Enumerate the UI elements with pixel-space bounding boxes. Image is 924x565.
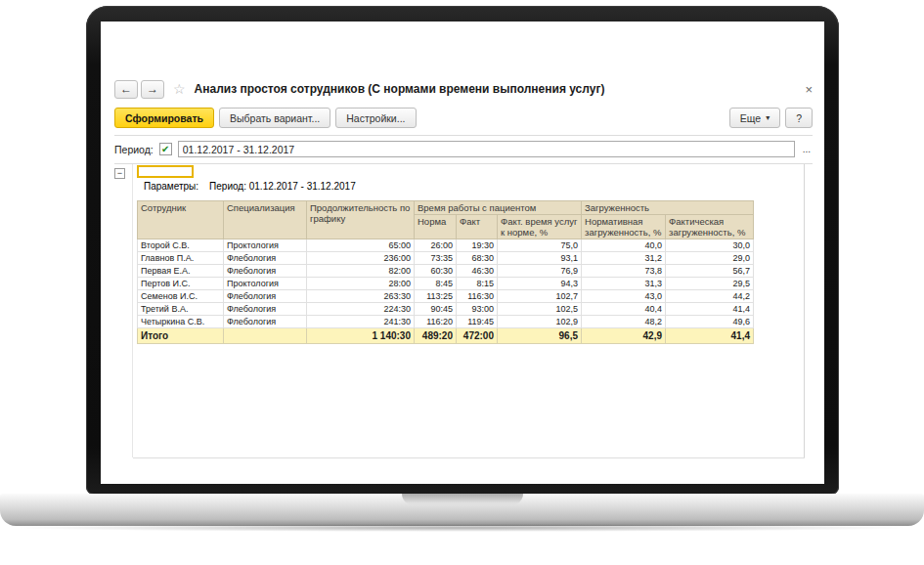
table-row: Пертов И.С. Проктология 28:00 8:45 8:15 …	[138, 278, 754, 290]
report-scrollbar-track[interactable]	[804, 164, 805, 457]
cell-employee[interactable]: Третий В.А.	[138, 303, 224, 316]
cell-fact-to-norm[interactable]: 102,7	[498, 290, 582, 303]
col-header-fact-load[interactable]: Фактическая загруженность, %	[666, 215, 754, 239]
forward-button[interactable]: →	[141, 80, 164, 99]
col-header-fact-to-norm[interactable]: Факт. время услуг к норме, %	[498, 215, 582, 239]
back-button[interactable]: ←	[114, 80, 138, 99]
cell-fact[interactable]: 119:45	[457, 316, 498, 328]
cell-specialization[interactable]: Флебология	[224, 252, 307, 265]
cell-norm[interactable]: 26:00	[415, 239, 457, 252]
col-header-fact[interactable]: Факт	[457, 215, 498, 239]
cell-fact[interactable]: 46:30	[457, 265, 498, 278]
period-input[interactable]	[178, 141, 795, 157]
generate-button[interactable]: Сформировать	[114, 108, 214, 128]
cell-specialization[interactable]: Проктология	[224, 278, 307, 290]
report-left-border	[132, 164, 133, 457]
close-icon[interactable]: ×	[805, 83, 813, 96]
col-header-norm-load[interactable]: Нормативная загруженность, %	[582, 215, 666, 239]
cell-specialization[interactable]: Проктология	[224, 239, 307, 252]
window-header: ← → ☆ Анализ простоя сотрудников (С норм…	[114, 78, 813, 100]
cell-norm-load[interactable]: 73,8	[582, 265, 666, 278]
col-header-employee[interactable]: Сотрудник	[138, 201, 224, 239]
cell-norm[interactable]: 8:45	[415, 278, 457, 290]
cell-fact-to-norm[interactable]: 102,9	[498, 316, 582, 328]
total-fact[interactable]: 472:00	[457, 328, 498, 344]
cell-employee[interactable]: Четыркина С.В.	[138, 316, 224, 328]
cell-employee[interactable]: Семенов И.С.	[138, 290, 224, 303]
settings-button[interactable]: Настройки...	[335, 108, 416, 128]
total-fact-to-norm[interactable]: 96,5	[498, 328, 582, 344]
cell-fact-load[interactable]: 29,5	[666, 278, 754, 290]
cell-duration[interactable]: 65:00	[307, 239, 415, 252]
table-row: Главнов П.А. Флебология 236:00 73:35 68:…	[138, 252, 754, 265]
cell-duration[interactable]: 236:00	[307, 252, 415, 265]
cell-fact-to-norm[interactable]: 76,9	[498, 265, 582, 278]
cell-fact-load[interactable]: 30,0	[666, 239, 754, 252]
laptop-notch	[402, 494, 523, 505]
cell-employee[interactable]: Второй С.В.	[138, 239, 224, 252]
cell-norm-load[interactable]: 31,2	[582, 252, 666, 265]
cell-fact[interactable]: 116:30	[457, 290, 498, 303]
choose-variant-button[interactable]: Выбрать вариант...	[219, 108, 330, 128]
cell-specialization[interactable]: Флебология	[224, 316, 307, 328]
cell-norm[interactable]: 90:45	[415, 303, 457, 316]
chevron-down-icon: ▾	[766, 113, 770, 122]
cell-fact-load[interactable]: 56,7	[666, 265, 754, 278]
cell-norm[interactable]: 73:35	[415, 252, 457, 265]
cell-fact[interactable]: 93:00	[457, 303, 498, 316]
help-button[interactable]: ?	[785, 108, 813, 128]
cell-specialization[interactable]: Флебология	[224, 303, 307, 316]
cell-norm[interactable]: 113:25	[415, 290, 457, 303]
col-header-duration[interactable]: Продолжительность по графику	[307, 201, 415, 239]
selected-cell-cursor[interactable]	[137, 165, 194, 178]
cell-employee[interactable]: Главнов П.А.	[138, 252, 224, 265]
total-duration[interactable]: 1 140:30	[307, 328, 415, 344]
period-ellipsis-button[interactable]: ...	[801, 144, 813, 154]
col-header-specialization[interactable]: Специализация	[224, 201, 307, 239]
cell-fact-to-norm[interactable]: 75,0	[498, 239, 582, 252]
cell-fact[interactable]: 68:30	[457, 252, 498, 265]
cell-specialization[interactable]: Флебология	[224, 265, 307, 278]
total-norm[interactable]: 489:20	[415, 328, 457, 344]
cell-norm[interactable]: 116:20	[415, 316, 457, 328]
total-norm-load[interactable]: 42,9	[582, 328, 666, 344]
table-row: Четыркина С.В. Флебология 241:30 116:20 …	[138, 316, 754, 328]
app-window: ← → ☆ Анализ простоя сотрудников (С норм…	[101, 22, 824, 484]
cell-norm[interactable]: 60:30	[415, 265, 457, 278]
more-button[interactable]: Еще ▾	[729, 108, 780, 128]
cell-fact-load[interactable]: 49,6	[666, 316, 754, 328]
cell-fact-to-norm[interactable]: 102,5	[498, 303, 582, 316]
cell-fact-load[interactable]: 41,4	[666, 303, 754, 316]
cell-duration[interactable]: 241:30	[307, 316, 415, 328]
cell-fact[interactable]: 8:15	[457, 278, 498, 290]
collapse-group-button[interactable]: −	[114, 168, 125, 179]
period-filter-row: Период: ✔ ...	[114, 136, 813, 164]
laptop-bezel: ← → ☆ Анализ простоя сотрудников (С норм…	[86, 6, 839, 495]
cell-fact-load[interactable]: 29,0	[666, 252, 754, 265]
period-checkbox[interactable]: ✔	[159, 143, 172, 155]
total-label[interactable]: Итого	[138, 328, 224, 344]
cell-fact-to-norm[interactable]: 94,3	[498, 278, 582, 290]
cell-norm-load[interactable]: 31,3	[582, 278, 666, 290]
cell-specialization[interactable]: Флебология	[224, 290, 307, 303]
cell-fact-to-norm[interactable]: 93,1	[498, 252, 582, 265]
cell-employee[interactable]: Первая Е.А.	[138, 265, 224, 278]
table-row: Второй С.В. Проктология 65:00 26:00 19:3…	[138, 239, 754, 252]
total-spec-empty[interactable]	[224, 328, 307, 344]
cell-duration[interactable]: 28:00	[307, 278, 415, 290]
cell-duration[interactable]: 263:30	[307, 290, 415, 303]
cell-norm-load[interactable]: 43,0	[582, 290, 666, 303]
total-fact-load[interactable]: 41,4	[666, 328, 754, 344]
cell-norm-load[interactable]: 40,4	[582, 303, 666, 316]
col-group-load[interactable]: Загруженность	[582, 201, 754, 215]
cell-norm-load[interactable]: 48,2	[582, 316, 666, 328]
cell-duration[interactable]: 82:00	[307, 265, 415, 278]
favorite-star-icon[interactable]: ☆	[173, 81, 186, 97]
cell-norm-load[interactable]: 40,0	[582, 239, 666, 252]
col-header-norm[interactable]: Норма	[415, 215, 457, 239]
cell-fact-load[interactable]: 44,2	[666, 290, 754, 303]
cell-duration[interactable]: 224:30	[307, 303, 415, 316]
cell-employee[interactable]: Пертов И.С.	[138, 278, 224, 290]
cell-fact[interactable]: 19:30	[457, 239, 498, 252]
col-group-patient-time[interactable]: Время работы с пациентом	[415, 201, 582, 215]
